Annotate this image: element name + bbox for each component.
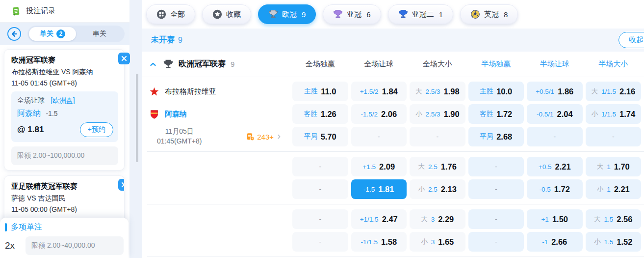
odds-cell-selected[interactable]: -1.51.81 (351, 179, 407, 199)
league-tab[interactable]: 全部 (146, 4, 195, 24)
close-button[interactable] (118, 179, 125, 191)
odds-cell[interactable]: +11.50 (527, 209, 583, 229)
odds-cell[interactable]: -1.5/22.06 (351, 104, 407, 124)
odds-cell[interactable]: +0.52.21 (527, 157, 583, 176)
odds-value: 2.16 (619, 87, 635, 96)
odds-cell[interactable]: 客胜1.26 (292, 104, 348, 124)
market-tag: [欧洲盘] (51, 96, 75, 104)
odds-label: 2.5 (428, 186, 438, 193)
more-markets-link[interactable]: 243+ (246, 132, 283, 142)
odds-value: 2.66 (551, 237, 567, 247)
odds-cell[interactable]: +1/1.52.47 (351, 209, 407, 229)
odds-row: --1/1.51.58小31.65--12.66小1.51.52 (142, 230, 644, 253)
more-markets-icon (246, 132, 255, 142)
ball-icon (470, 9, 480, 19)
odds-cell[interactable]: +0.5/11.86 (527, 82, 583, 101)
odds-cell[interactable]: 小12.21 (586, 179, 642, 199)
league-tab-label: 全部 (170, 10, 185, 19)
limit-info: 限额 2.00~100,000.00 (11, 146, 118, 165)
odds-cell[interactable]: -0.51.72 (527, 179, 583, 199)
back-button[interactable] (7, 27, 22, 41)
star-icon (212, 9, 222, 19)
odds-cell[interactable]: 小1/1.51.74 (586, 104, 642, 124)
card-match: 萨德 VS 吉达国民 (11, 194, 118, 203)
sidebar-scrollbar[interactable] (136, 74, 138, 162)
odds-value: 1.76 (441, 162, 457, 172)
match-datetime: 11月05日01:45(GMT+8) (157, 127, 202, 146)
tab-single-bet[interactable]: 单关 2 (29, 27, 76, 41)
league-header-row: 欧洲冠军联赛 9 全场独赢全场让球全场大小半场独赢半场让球半场大小 (142, 52, 644, 77)
team-name: 布拉格斯拉维亚 (165, 87, 216, 96)
arrow-left-icon (7, 27, 22, 41)
odds-cell[interactable]: 小2.5/31.90 (410, 104, 465, 124)
odds-cell[interactable]: 小31.65 (410, 232, 465, 252)
odds-value: 2.04 (557, 110, 572, 119)
odds-prefix: 小 (418, 185, 425, 194)
odds-cell[interactable]: 大1.52.56 (586, 209, 642, 229)
odds-value: 2.21 (614, 185, 630, 194)
odds-prefix: 小 (591, 110, 598, 118)
chevron-up-icon[interactable] (148, 59, 158, 69)
odds-cell[interactable]: -0.5/12.04 (527, 104, 583, 124)
league-tab-label: 英冠 (484, 10, 499, 19)
trophy-purple-icon (333, 9, 343, 19)
league-tab[interactable]: 收藏 (202, 4, 251, 24)
odds-cell[interactable]: 小2.52.13 (410, 179, 465, 199)
odds-prefix: 大 (418, 162, 425, 171)
multi-single-panel: 多项单注 2x 限额 2.00~40,000.00 (0, 218, 129, 258)
league-tab[interactable]: 亚冠二1 (388, 4, 453, 24)
card-time: 11-05 00:00 (GMT+8) (11, 205, 118, 213)
odds-cell[interactable]: 主胜10.0 (468, 82, 524, 101)
odds-value: 1.74 (619, 110, 635, 119)
odds-cell[interactable]: 大11.70 (586, 157, 642, 176)
row-group-divider (147, 204, 644, 204)
odds-label: -0.5/1 (537, 111, 554, 118)
odds-cell[interactable]: 平局5.70 (292, 127, 348, 146)
odds-cell[interactable]: 主胜11.0 (292, 82, 348, 101)
odds-cell[interactable]: 大32.29 (410, 209, 465, 229)
reserve-button[interactable]: +预约 (80, 122, 113, 137)
close-button[interactable] (118, 53, 130, 64)
more-markets-count: 243+ (257, 133, 274, 141)
single-count-badge: 2 (56, 29, 65, 38)
odds-label: 2.5/3 (425, 88, 440, 95)
app-root: 投注记录 单关 2 串关 欧洲冠军联赛 (0, 0, 644, 258)
odds-cell[interactable]: +1.5/21.84 (351, 82, 407, 101)
odds-label: 1 (607, 186, 611, 193)
odds-cell[interactable]: -12.66 (527, 232, 583, 252)
league-tab-label: 亚冠二 (412, 10, 434, 19)
odds-cell[interactable]: +1.52.09 (351, 157, 407, 176)
odds-cell[interactable]: 小1.51.52 (586, 232, 642, 252)
tab-parlay-bet[interactable]: 串关 (76, 27, 123, 41)
odds-cell[interactable]: 平局2.68 (468, 127, 524, 146)
column-header: 全场大小 (410, 59, 465, 69)
league-tab[interactable]: 亚冠6 (323, 4, 381, 24)
odds-cell[interactable]: 大2.5/31.98 (410, 82, 465, 101)
odds-cell[interactable]: 客胜1.72 (468, 104, 524, 124)
tab-single-label: 单关 (40, 29, 53, 38)
odds-value: 1.84 (382, 87, 398, 96)
odds-cell-empty: - (351, 127, 407, 146)
home-team-logo (149, 86, 159, 97)
odds-prefix: 大 (591, 87, 598, 96)
odds-cell[interactable]: -1/1.51.58 (351, 232, 407, 252)
section-count: 9 (178, 36, 182, 45)
odds-label: 平局 (304, 132, 317, 141)
collapse-button[interactable]: 收起 (618, 32, 644, 48)
odds-prefix: 大 (594, 215, 601, 224)
odds-cell[interactable]: 大2.51.76 (410, 157, 465, 176)
league-tab[interactable]: 英冠8 (460, 4, 518, 24)
column-header: 半场让球 (527, 59, 583, 69)
row-group-divider (147, 151, 644, 152)
league-tab[interactable]: 欧冠9 (258, 4, 316, 24)
column-header: 全场独赢 (292, 59, 348, 69)
accent-bar (5, 223, 7, 231)
betslip-list: 欧洲冠军联赛 布拉格斯拉维亚 VS 阿森纳 11-05 01:45 (GMT+8… (0, 45, 129, 238)
grid-icon (156, 9, 166, 19)
team-name: 阿森纳 (165, 110, 187, 119)
away-team-row-label: 阿森纳 (142, 109, 289, 119)
odds-value: 1.86 (558, 87, 573, 96)
league-tab-label: 收藏 (226, 10, 241, 19)
odds-cell[interactable]: 大1/1.52.16 (586, 82, 642, 101)
close-icon (121, 182, 125, 188)
